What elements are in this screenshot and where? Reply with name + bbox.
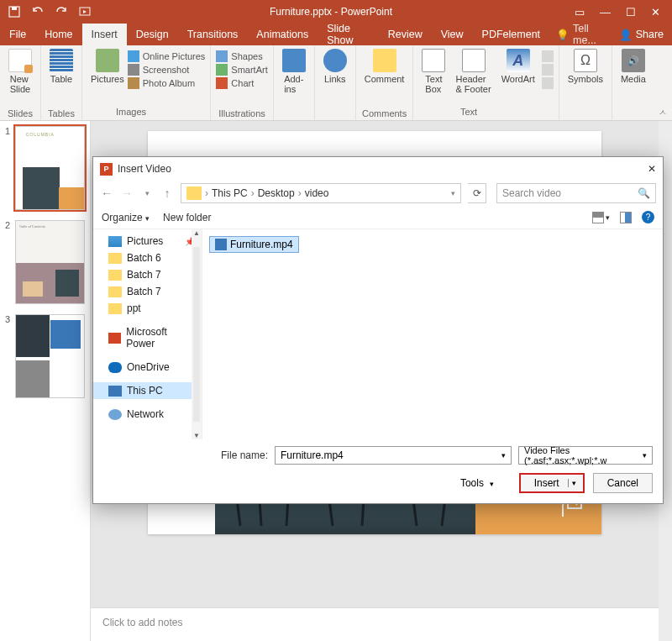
file-item-selected[interactable]: Furniture.mp4 — [209, 236, 299, 253]
minimize-icon[interactable]: — — [600, 6, 611, 18]
notes-pane[interactable]: Click to add notes — [91, 607, 659, 641]
folder-icon — [186, 187, 202, 200]
sidebar-item-this-pc[interactable]: This PC — [93, 382, 202, 399]
group-media: 🔊Media — [612, 45, 654, 120]
breadcrumb[interactable]: › This PC › Desktop › video ▾ — [181, 183, 461, 203]
cancel-button[interactable]: Cancel — [593, 473, 653, 493]
file-list[interactable]: Furniture.mp4 — [202, 229, 663, 439]
chevron-down-icon[interactable]: ▾ — [451, 189, 455, 197]
links-button[interactable]: Links — [320, 47, 350, 86]
pictures-button[interactable]: Pictures — [87, 47, 128, 86]
photo-album-button[interactable]: Photo Album — [128, 77, 206, 89]
up-icon[interactable]: ↑ — [160, 187, 174, 200]
text-extra-1[interactable] — [542, 50, 554, 62]
sidebar-item-onedrive[interactable]: OneDrive — [93, 359, 202, 376]
tab-home[interactable]: Home — [35, 24, 81, 45]
tab-transitions[interactable]: Transitions — [178, 24, 248, 45]
dialog-title: Insert Video — [118, 163, 171, 175]
tab-pdfelement[interactable]: PDFelement — [473, 24, 549, 45]
sidebar-item-microsoft-power[interactable]: Microsoft Power — [93, 323, 202, 352]
cloud-icon — [108, 362, 122, 373]
back-icon[interactable]: ← — [100, 187, 113, 200]
tab-file[interactable]: File — [0, 24, 35, 45]
tools-menu[interactable]: Tools ▾ — [460, 477, 494, 489]
symbols-button[interactable]: ΩSymbols — [564, 47, 606, 86]
folder-icon — [108, 286, 122, 297]
tab-slideshow[interactable]: Slide Show — [318, 24, 379, 45]
pc-icon — [108, 386, 122, 397]
chart-button[interactable]: Chart — [216, 77, 267, 89]
slideshow-icon[interactable] — [79, 6, 91, 18]
comment-button[interactable]: Comment — [361, 47, 408, 86]
insert-dropdown-icon[interactable]: ▾ — [568, 479, 576, 487]
chevron-down-icon[interactable]: ▾ — [501, 451, 506, 460]
crumb-video[interactable]: video — [305, 187, 329, 199]
tab-review[interactable]: Review — [379, 24, 432, 45]
new-folder-button[interactable]: New folder — [163, 212, 211, 223]
new-slide-button[interactable]: New Slide — [5, 47, 35, 96]
tell-me[interactable]: 💡Tell me... — [549, 24, 611, 45]
slide-thumbnails-panel: 1 COLUMBIA 2 Table of Contents — [0, 121, 91, 641]
maximize-icon[interactable]: ☐ — [626, 6, 636, 18]
smartart-button[interactable]: SmartArt — [216, 64, 267, 76]
refresh-icon[interactable]: ⟳ — [468, 183, 486, 203]
text-extra-3[interactable] — [542, 77, 554, 89]
close-icon[interactable]: ✕ — [651, 6, 660, 18]
preview-pane-icon[interactable] — [620, 212, 632, 223]
file-name-label: File name: — [221, 449, 268, 461]
addins-button[interactable]: Add- ins — [279, 47, 309, 96]
collapse-ribbon-icon[interactable]: ㅅ — [659, 107, 667, 118]
media-button[interactable]: 🔊Media — [617, 47, 649, 86]
online-pictures-button[interactable]: Online Pictures — [128, 50, 206, 62]
search-input[interactable]: Search video 🔍 — [496, 183, 656, 203]
file-name-input[interactable]: Furniture.mp4 ▾ — [275, 446, 512, 465]
sidebar-item-batch-6[interactable]: Batch 6 — [93, 250, 202, 266]
group-links: Links — [315, 45, 356, 120]
sidebar-item-ppt[interactable]: ppt — [93, 300, 202, 317]
sidebar-item-label: Pictures — [127, 235, 163, 247]
chevron-down-icon[interactable]: ▾ — [140, 189, 154, 197]
ribbon-options-icon[interactable]: ▭ — [575, 6, 585, 18]
powerpoint-icon: P — [100, 163, 113, 176]
organize-menu[interactable]: Organize ▾ — [102, 212, 150, 223]
slide-thumbnail-3[interactable] — [15, 314, 85, 398]
share-button[interactable]: 👤Share — [611, 24, 672, 45]
sidebar-item-label: ppt — [127, 302, 141, 314]
tab-animations[interactable]: Animations — [247, 24, 318, 45]
slide-thumbnail-1[interactable]: COLUMBIA — [15, 126, 85, 210]
menu-tabs: File Home Insert Design Transitions Anim… — [0, 24, 672, 45]
tab-view[interactable]: View — [432, 24, 473, 45]
file-type-filter[interactable]: Video Files (*.asf;*.asx;*.wpl;*.w ▾ — [518, 446, 653, 465]
dialog-footer: File name: Furniture.mp4 ▾ Video Files (… — [93, 439, 663, 503]
text-extra-2[interactable] — [542, 64, 554, 76]
sidebar-item-label: Batch 7 — [127, 286, 161, 297]
sidebar-item-network[interactable]: Network — [93, 406, 202, 423]
crumb-desktop[interactable]: Desktop — [258, 187, 295, 199]
screenshot-button[interactable]: Screenshot — [128, 64, 206, 76]
file-name: Furniture.mp4 — [230, 239, 293, 250]
dialog-close-icon[interactable]: ✕ — [648, 163, 656, 175]
textbox-button[interactable]: Text Box — [418, 47, 449, 96]
shapes-button[interactable]: Shapes — [216, 50, 267, 62]
sidebar-item-batch-7[interactable]: Batch 7 — [93, 266, 202, 283]
forward-icon[interactable]: → — [120, 187, 134, 200]
tab-design[interactable]: Design — [127, 24, 178, 45]
sidebar-item-pictures[interactable]: Pictures📌 — [93, 233, 202, 250]
slide-thumbnail-2[interactable]: Table of Contents — [15, 220, 85, 304]
sidebar-scrollbar[interactable]: ▲▼ — [192, 229, 202, 439]
help-icon[interactable]: ? — [642, 211, 654, 223]
chevron-down-icon: ▾ — [490, 480, 494, 488]
save-icon[interactable] — [8, 6, 20, 18]
undo-icon[interactable] — [32, 6, 44, 18]
sidebar-item-batch-7[interactable]: Batch 7 — [93, 283, 202, 300]
tab-insert[interactable]: Insert — [82, 24, 127, 45]
header-footer-button[interactable]: Header & Footer — [452, 47, 494, 96]
redo-icon[interactable] — [55, 6, 67, 18]
view-options-icon[interactable]: ▾ — [592, 212, 610, 223]
search-icon: 🔍 — [638, 187, 650, 199]
crumb-this-pc[interactable]: This PC — [212, 187, 248, 199]
table-button[interactable]: Table — [46, 47, 76, 86]
wordart-button[interactable]: AWordArt — [498, 47, 538, 86]
insert-button[interactable]: Insert ▾ — [519, 473, 585, 493]
sidebar-item-label: Batch 6 — [127, 252, 161, 264]
